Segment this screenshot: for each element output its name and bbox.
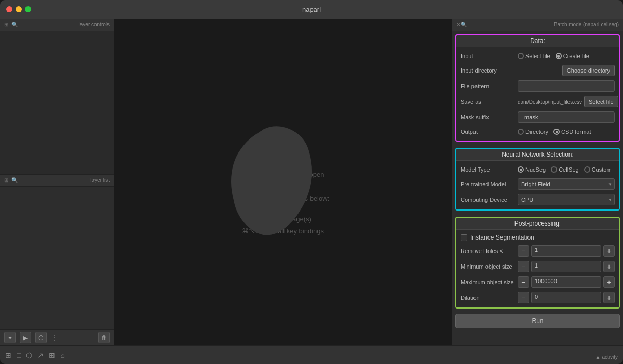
create-file-option[interactable]: Create file: [556, 53, 589, 59]
main-content: ⊞ 🔍 layer controls ⊞ 🔍 layer list: [0, 19, 623, 345]
directory-option[interactable]: Directory: [518, 129, 548, 135]
data-section-title: Data:: [456, 35, 619, 47]
pretrained-model-row: Pre-trained Model Bright Field: [461, 176, 615, 192]
search-icon[interactable]: 🔍: [11, 22, 18, 27]
mask-suffix-input[interactable]: [518, 111, 615, 123]
cellseg-label: CellSeg: [559, 166, 579, 173]
file-pattern-input[interactable]: [518, 80, 615, 92]
csd-format-option[interactable]: CSD format: [553, 129, 591, 135]
csd-format-label: CSD format: [561, 129, 591, 135]
maximize-button[interactable]: [25, 6, 31, 12]
cellseg-option[interactable]: CellSeg: [551, 166, 579, 173]
close-button[interactable]: [6, 6, 12, 12]
polygon-tool-button[interactable]: ⬡: [35, 332, 47, 343]
directory-radio[interactable]: [518, 129, 524, 135]
computing-device-dropdown[interactable]: CPU: [518, 194, 615, 205]
post-section-body: Instance Segmentation Remove Holes < − 1…: [456, 230, 619, 307]
csd-format-radio[interactable]: [553, 129, 560, 135]
cellseg-radio[interactable]: [551, 166, 557, 173]
dilation-stepper: − 0 +: [518, 292, 615, 303]
min-object-increment[interactable]: +: [603, 261, 615, 272]
list-settings-icon[interactable]: ⊞: [4, 177, 8, 183]
min-object-value: 1: [531, 261, 601, 272]
terminal-icon[interactable]: ⊞: [5, 351, 11, 359]
select-tool-button[interactable]: ▶: [20, 332, 31, 343]
remove-holes-value: 1: [531, 245, 601, 257]
mask-suffix-label: Mask suffix: [461, 114, 518, 120]
max-object-decrement[interactable]: −: [518, 276, 529, 288]
nucseg-radio[interactable]: [518, 166, 524, 173]
nucseg-option[interactable]: NucSeg: [518, 166, 546, 173]
input-label: Input: [461, 53, 518, 59]
custom-option[interactable]: Custom: [584, 166, 612, 173]
minimize-button[interactable]: [16, 6, 22, 12]
custom-radio[interactable]: [584, 166, 590, 173]
remove-holes-stepper: − 1 +: [518, 245, 615, 257]
instance-seg-checkbox[interactable]: [461, 234, 467, 241]
console-icon[interactable]: □: [17, 351, 21, 359]
save-as-select-button[interactable]: Select file: [584, 96, 618, 107]
dilation-increment[interactable]: +: [603, 292, 615, 303]
more-options[interactable]: ⋮: [51, 333, 58, 342]
right-panel-topbar: ✕ 🔍 Batch mode (napari-cellseg): [452, 19, 623, 31]
max-object-label: Maximum object size: [461, 279, 518, 285]
output-label: Output: [461, 129, 518, 135]
input-directory-row: Input directory Choose directory: [461, 63, 615, 78]
activity-label: activity: [602, 354, 618, 360]
pretrained-model-dropdown[interactable]: Bright Field: [518, 178, 615, 190]
input-directory-label: Input directory: [461, 67, 518, 74]
right-panel: ✕ 🔍 Batch mode (napari-cellseg) Data: In…: [452, 19, 623, 345]
run-button[interactable]: Run: [455, 314, 620, 328]
titlebar: napari: [0, 0, 623, 19]
home-icon[interactable]: ⌂: [60, 351, 64, 359]
instance-seg-row: Instance Segmentation: [461, 232, 615, 243]
min-object-label: Minimum object size: [461, 263, 518, 270]
save-as-value: dani/Desktop/input_files.csv: [518, 99, 582, 105]
export-icon[interactable]: ↗: [37, 351, 44, 359]
layer-list-icons: ⊞ 🔍: [4, 177, 18, 183]
output-row: Output Directory CSD format: [461, 125, 615, 138]
remove-holes-increment[interactable]: +: [603, 245, 615, 257]
script-icon[interactable]: ⬡: [26, 351, 32, 359]
min-object-decrement[interactable]: −: [518, 261, 529, 272]
create-file-radio[interactable]: [556, 53, 562, 59]
remove-holes-row: Remove Holes < − 1 +: [461, 243, 615, 259]
select-file-radio[interactable]: [518, 53, 524, 59]
custom-label: Custom: [592, 166, 612, 173]
close-panel-icon[interactable]: ✕: [456, 22, 461, 27]
delete-layer-button[interactable]: 🗑: [98, 332, 110, 343]
create-file-label: Create file: [563, 53, 589, 59]
dilation-value: 0: [531, 292, 601, 303]
layer-controls-area: [0, 31, 114, 174]
canvas-area: Drag image(s) here to open or Use the me…: [114, 19, 452, 345]
choose-directory-button[interactable]: Choose directory: [562, 65, 615, 76]
computing-device-row: Computing Device CPU: [461, 192, 615, 207]
input-row: Input Select file Create file: [461, 49, 615, 63]
list-search-icon[interactable]: 🔍: [11, 177, 18, 183]
save-as-controls: dani/Desktop/input_files.csv Select file: [518, 96, 618, 107]
instance-seg-label: Instance Segmentation: [470, 234, 534, 241]
grid-icon[interactable]: ⊞: [49, 351, 55, 359]
remove-holes-decrement[interactable]: −: [518, 245, 529, 257]
polygon-icon: ⬡: [38, 334, 44, 341]
save-as-label: Save as: [461, 99, 518, 105]
nn-section-body: Model Type NucSeg CellSeg: [456, 161, 619, 209]
window-title: napari: [302, 6, 321, 13]
pretrained-model-dropdown-wrap: Bright Field: [518, 178, 615, 190]
max-object-increment[interactable]: +: [603, 276, 615, 288]
computing-device-dropdown-wrap: CPU: [518, 194, 615, 205]
dilation-decrement[interactable]: −: [518, 292, 529, 303]
point-tool-button[interactable]: ✦: [4, 332, 16, 343]
min-object-row: Minimum object size − 1 +: [461, 259, 615, 274]
layer-list-area: [0, 187, 114, 330]
post-section-title: Post-processing:: [456, 218, 619, 230]
max-object-row: Maximum object size − 1000000 +: [461, 274, 615, 290]
search-panel-icon[interactable]: 🔍: [461, 22, 467, 27]
left-panel: ⊞ 🔍 layer controls ⊞ 🔍 layer list: [0, 19, 114, 345]
select-file-option[interactable]: Select file: [518, 53, 550, 59]
layer-list-header: ⊞ 🔍 layer list: [0, 174, 114, 187]
settings-icon[interactable]: ⊞: [4, 22, 8, 27]
file-pattern-controls: [518, 80, 615, 92]
nucseg-label: NucSeg: [525, 166, 546, 173]
main-window: napari ⊞ 🔍 layer controls ⊞ 🔍 layer: [0, 0, 623, 364]
